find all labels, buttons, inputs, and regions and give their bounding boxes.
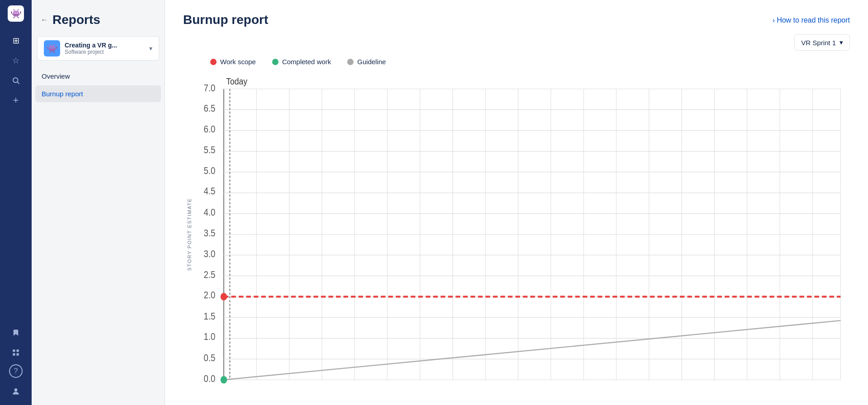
svg-text:0.5: 0.5 — [204, 352, 216, 363]
how-to-read-prefix: › — [773, 16, 775, 24]
svg-text:6.5: 6.5 — [204, 103, 216, 114]
completed-work-dot — [272, 59, 278, 65]
svg-point-60 — [221, 293, 227, 301]
sidebar: ← Reports 👾 Creating a VR g... Software … — [32, 0, 165, 405]
back-button[interactable]: ← — [41, 16, 48, 24]
svg-line-61 — [224, 320, 840, 380]
star-icon[interactable]: ☆ — [8, 52, 24, 69]
sidebar-item-overview[interactable]: Overview — [35, 68, 161, 85]
how-to-read-link[interactable]: › How to read this report — [773, 13, 850, 24]
how-to-read-label: How to read this report — [777, 16, 850, 24]
svg-text:3.0: 3.0 — [204, 248, 216, 259]
sprint-label: VR Sprint 1 — [801, 39, 836, 47]
main-header: Burnup report › How to read this report — [165, 0, 868, 34]
svg-rect-4 — [13, 353, 15, 356]
sidebar-title: Reports — [52, 13, 100, 27]
svg-text:3.5: 3.5 — [204, 228, 216, 239]
svg-text:Today: Today — [226, 76, 247, 86]
svg-text:1.5: 1.5 — [204, 311, 216, 322]
chart-controls: VR Sprint 1 ▾ — [183, 34, 850, 51]
svg-text:5.5: 5.5 — [204, 144, 216, 155]
svg-line-1 — [17, 82, 19, 84]
guideline-dot — [347, 59, 354, 65]
chart-area: STORY POINT ESTIMATE .tick-label { font-… — [183, 73, 850, 396]
user-icon[interactable] — [8, 383, 24, 400]
svg-text:5.0: 5.0 — [204, 165, 216, 176]
app-logo[interactable]: 👾 — [8, 5, 24, 22]
svg-text:2.0: 2.0 — [204, 290, 216, 301]
svg-text:2.5: 2.5 — [204, 269, 216, 280]
legend-work-scope: Work scope — [210, 58, 256, 66]
svg-text:7.0: 7.0 — [204, 82, 216, 93]
page-title: Burnup report — [183, 13, 268, 27]
project-name: Creating a VR g... — [65, 42, 137, 49]
grid-icon[interactable] — [8, 344, 24, 361]
work-scope-label: Work scope — [220, 58, 256, 66]
svg-rect-5 — [17, 353, 19, 356]
svg-point-0 — [13, 78, 18, 83]
svg-text:0.0: 0.0 — [204, 373, 216, 384]
sidebar-header: ← Reports — [32, 0, 165, 36]
nav-bar: 👾 ⊞ ☆ + ? — [0, 0, 32, 405]
add-icon[interactable]: + — [8, 92, 24, 108]
svg-rect-2 — [13, 349, 15, 352]
chart-inner: .tick-label { font-size: 18px; fill: #55… — [196, 73, 850, 396]
bookmark-icon[interactable] — [8, 325, 24, 341]
home-icon[interactable]: ⊞ — [8, 33, 24, 49]
sidebar-navigation: Overview Burnup report — [32, 68, 165, 103]
guideline-label: Guideline — [357, 58, 386, 66]
svg-text:6.0: 6.0 — [204, 124, 216, 135]
sprint-chevron-icon: ▾ — [840, 38, 843, 47]
svg-point-62 — [221, 376, 227, 384]
project-chevron-icon: ▾ — [149, 45, 152, 52]
svg-text:4.0: 4.0 — [204, 207, 216, 218]
search-icon[interactable] — [8, 72, 24, 89]
chart-legend: Work scope Completed work Guideline — [183, 58, 850, 66]
svg-point-6 — [14, 388, 18, 391]
main-content: Burnup report › How to read this report … — [165, 0, 868, 405]
project-avatar: 👾 — [44, 40, 60, 57]
chart-svg: .tick-label { font-size: 18px; fill: #55… — [196, 73, 850, 396]
svg-text:1.0: 1.0 — [204, 331, 216, 342]
chart-container: VR Sprint 1 ▾ Work scope Completed work … — [165, 34, 868, 405]
completed-work-label: Completed work — [282, 58, 331, 66]
help-icon[interactable]: ? — [9, 364, 23, 378]
project-selector[interactable]: 👾 Creating a VR g... Software project ▾ — [37, 36, 159, 61]
svg-rect-3 — [17, 349, 19, 352]
svg-text:4.5: 4.5 — [204, 186, 216, 197]
project-type: Software project — [65, 49, 145, 55]
work-scope-dot — [210, 59, 217, 65]
legend-completed-work: Completed work — [272, 58, 331, 66]
y-axis-label: STORY POINT ESTIMATE — [183, 73, 196, 396]
sprint-dropdown[interactable]: VR Sprint 1 ▾ — [794, 34, 850, 51]
legend-guideline: Guideline — [347, 58, 386, 66]
sidebar-item-burnup-report[interactable]: Burnup report — [35, 85, 161, 102]
